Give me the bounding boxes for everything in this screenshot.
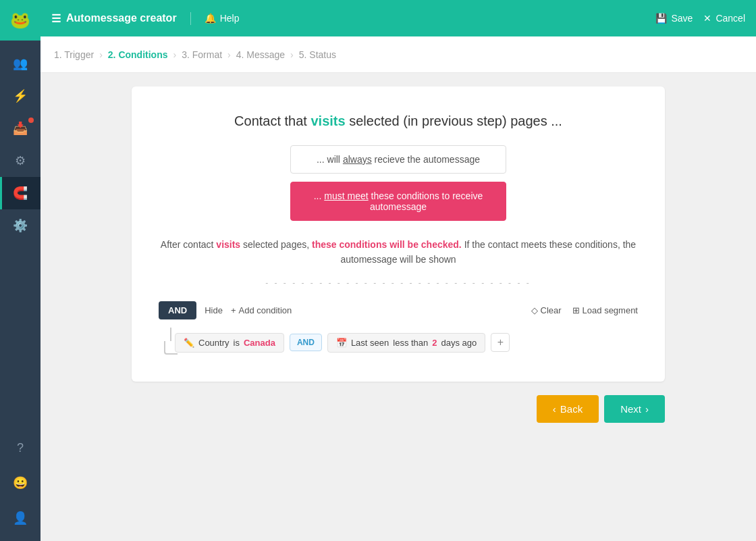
tree-line: [159, 328, 175, 355]
condition-group: ✏️ Country is Canada AND 📅 Last seen les…: [159, 328, 638, 355]
load-segment-icon: ⊞: [572, 305, 580, 315]
desc-prefix: After contact: [161, 239, 216, 250]
desc-visits: visits: [216, 239, 240, 250]
option-must-meet-suffix: these conditions to receive automessage: [369, 190, 483, 212]
option-always-underline: always: [343, 154, 372, 165]
sidebar-item-avatar2[interactable]: 👤: [13, 502, 28, 534]
headline-prefix: Contact that: [234, 113, 310, 128]
divider-dots: - - - - - - - - - - - - - - - - - - - - …: [159, 278, 638, 288]
condition-last-seen-field: Last seen: [351, 338, 389, 348]
condition-last-seen-operator: less than: [393, 338, 428, 348]
breadcrumb-sep-3: ›: [227, 49, 231, 60]
option-must-meet-button[interactable]: ... must meet these conditions to receiv…: [290, 182, 506, 221]
sidebar-item-circle[interactable]: ⚙: [0, 145, 40, 177]
app-title-icon: ☰: [51, 12, 61, 25]
condition-country[interactable]: ✏️ Country is Canada: [175, 333, 284, 353]
condition-last-seen[interactable]: 📅 Last seen less than 2 days ago: [327, 333, 485, 353]
condition-pills: ✏️ Country is Canada AND 📅 Last seen les…: [175, 328, 510, 353]
toolbar-right: ◇ Clear ⊞ Load segment: [531, 305, 638, 315]
page-body: Contact that visits selected (in previou…: [40, 73, 756, 541]
breadcrumb-step-status: 5. Status: [299, 49, 336, 60]
clear-button[interactable]: ◇ Clear: [531, 305, 562, 315]
logo-icon: 🐸: [10, 11, 30, 30]
main-content: ☰ Automessage creator 🔔 Help 💾 Save ✕ Ca…: [40, 0, 756, 541]
magnet-icon: 🧲: [13, 186, 28, 201]
back-label: Back: [560, 403, 583, 415]
sidebar-item-avatar1[interactable]: 😀: [13, 467, 28, 499]
breadcrumb-step-message[interactable]: 4. Message: [236, 49, 285, 60]
avatar1-icon: 😀: [13, 475, 28, 490]
sidebar-logo[interactable]: 🐸: [0, 0, 40, 41]
avatar2-icon: 👤: [13, 511, 28, 525]
breadcrumb-sep-2: ›: [173, 49, 176, 60]
condition-last-seen-value: 2: [432, 338, 437, 348]
next-chevron-icon: ›: [645, 403, 649, 415]
sidebar-item-users[interactable]: 👥: [0, 47, 40, 80]
load-segment-label: Load segment: [583, 305, 638, 315]
app-title-text: Automessage creator: [66, 12, 177, 24]
desc-text: After contact visits selected pages, the…: [159, 237, 638, 267]
circle-icon: ⚙: [15, 153, 26, 168]
cancel-button[interactable]: ✕ Cancel: [703, 13, 745, 24]
and-connector: AND: [290, 334, 322, 351]
cancel-icon: ✕: [703, 13, 711, 24]
and-badge: AND: [159, 301, 196, 319]
option-must-meet-prefix: ...: [314, 190, 325, 201]
breadcrumb-step-trigger[interactable]: 1. Trigger: [54, 49, 94, 60]
add-pill-button[interactable]: +: [491, 333, 510, 352]
next-button[interactable]: Next ›: [604, 395, 665, 423]
sidebar: 🐸 👥 ⚡ 📥 ⚙ 🧲 ⚙️ ? 😀 👤: [0, 0, 40, 541]
next-label: Next: [620, 403, 641, 415]
save-button[interactable]: 💾 Save: [655, 13, 693, 24]
breadcrumb: 1. Trigger › 2. Conditions › 3. Format ›…: [40, 36, 756, 73]
conditions-card: Contact that visits selected (in previou…: [132, 86, 665, 382]
calendar-icon: 📅: [336, 338, 347, 348]
inbox-badge: [28, 118, 34, 123]
back-chevron-icon: ‹: [553, 403, 556, 415]
condition-last-seen-suffix: days ago: [441, 338, 477, 348]
sidebar-bottom: ? 😀 👤: [13, 432, 28, 541]
condition-country-operator: is: [234, 338, 240, 348]
load-segment-button[interactable]: ⊞ Load segment: [572, 305, 638, 315]
lightning-icon: ⚡: [13, 88, 28, 103]
topbar-actions: 💾 Save ✕ Cancel: [655, 13, 745, 24]
add-icon: +: [231, 305, 236, 315]
inbox-icon: 📥: [13, 121, 28, 136]
condition-country-field: Country: [198, 338, 230, 348]
option-buttons: ... will always recieve the automessage …: [159, 145, 638, 221]
sidebar-nav: 👥 ⚡ 📥 ⚙ 🧲 ⚙️: [0, 41, 40, 432]
breadcrumb-step-conditions[interactable]: 2. Conditions: [108, 49, 168, 60]
add-pill-icon: +: [497, 336, 504, 349]
tree-vertical: [170, 328, 171, 341]
topbar: ☰ Automessage creator 🔔 Help 💾 Save ✕ Ca…: [40, 0, 756, 36]
add-condition-label: Add condition: [239, 305, 292, 315]
desc-conditions: these conditions will be checked.: [312, 239, 462, 250]
bottom-actions: ‹ Back Next ›: [132, 395, 665, 423]
desc-middle: selected pages,: [240, 239, 312, 250]
back-button[interactable]: ‹ Back: [537, 395, 599, 423]
sidebar-item-settings[interactable]: ⚙️: [0, 209, 40, 242]
users-icon: 👥: [13, 56, 28, 71]
help-label: Help: [220, 13, 240, 24]
breadcrumb-sep-4: ›: [290, 49, 294, 60]
help-link[interactable]: 🔔 Help: [205, 13, 240, 24]
help-icon: ?: [17, 441, 24, 455]
condition-country-value: Canada: [244, 338, 275, 348]
sidebar-item-lightning[interactable]: ⚡: [0, 80, 40, 112]
save-icon: 💾: [655, 13, 667, 24]
add-condition-button[interactable]: + Add condition: [231, 305, 292, 315]
sidebar-item-inbox[interactable]: 📥: [0, 112, 40, 145]
headline-visits: visits: [310, 113, 345, 128]
clear-label: Clear: [541, 305, 562, 315]
breadcrumb-sep-1: ›: [99, 49, 103, 60]
help-icon: 🔔: [205, 13, 216, 24]
option-always-button[interactable]: ... will always recieve the automessage: [290, 145, 506, 174]
breadcrumb-step-format[interactable]: 3. Format: [182, 49, 222, 60]
sidebar-item-magnet[interactable]: 🧲: [0, 177, 40, 209]
condition-toolbar: AND Hide + Add condition ◇ Clear ⊞ Load …: [159, 301, 638, 319]
option-must-meet-underline: must meet: [324, 190, 368, 201]
headline-suffix: selected (in previous step) pages ...: [346, 113, 562, 128]
country-pencil-icon: ✏️: [184, 338, 194, 348]
hide-button[interactable]: Hide: [205, 305, 223, 315]
sidebar-item-help[interactable]: ?: [13, 432, 28, 464]
